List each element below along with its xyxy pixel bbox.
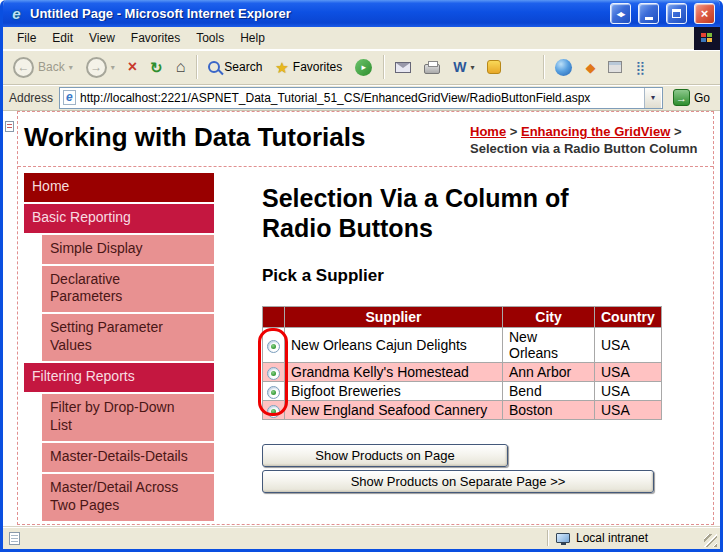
spark-icon: ◆: [585, 61, 595, 74]
print-button[interactable]: [419, 58, 445, 76]
globe-icon: [555, 59, 572, 76]
nav-item-master-detail-across-two-pages[interactable]: Master/Detail Across Two Pages: [42, 474, 214, 521]
menu-item-help[interactable]: Help: [232, 28, 273, 48]
messenger-icon: [487, 60, 501, 74]
menu-item-file[interactable]: File: [9, 28, 44, 48]
go-label: Go: [694, 91, 710, 105]
menu-item-tools[interactable]: Tools: [188, 28, 232, 48]
favorites-star-icon: ★: [275, 60, 288, 75]
toolbar-separator: [383, 55, 384, 79]
pick-supplier-heading: Pick a Supplier: [262, 266, 709, 286]
nav-item-declarative-parameters[interactable]: Declarative Parameters: [42, 266, 214, 313]
nav-item-filter-by-drop-down-list[interactable]: Filter by Drop-Down List: [42, 394, 214, 441]
go-button[interactable]: → Go: [669, 88, 714, 107]
country-cell: USA: [595, 381, 662, 400]
windows-brand-icon: [694, 27, 720, 50]
home-icon: ⌂: [176, 59, 186, 75]
country-cell: USA: [595, 327, 662, 362]
browser-window: e Untitled Page - Microsoft Internet Exp…: [0, 0, 723, 552]
supplier-row: New England Seafood Cannery Boston USA: [263, 400, 662, 419]
dots-grid-icon: ⣿: [635, 61, 645, 74]
mail-icon: [395, 62, 411, 73]
supplier-row: Grandma Kelly's Homestead Ann Arbor USA: [263, 362, 662, 381]
addon-button[interactable]: ◆: [580, 59, 600, 76]
nav-item-simple-display[interactable]: Simple Display: [42, 235, 214, 264]
security-zone: Local intranet: [552, 531, 700, 545]
forward-button[interactable]: → ▾: [81, 55, 120, 80]
show-products-on-page-button[interactable]: Show Products on Page: [262, 444, 508, 467]
word-icon: W: [453, 60, 466, 74]
media-button[interactable]: ▸: [350, 57, 377, 78]
favorites-button[interactable]: ★ Favorites: [270, 58, 347, 77]
suppliers-table: Supplier City Country New Orleans Cajun …: [262, 306, 662, 420]
menu-item-favorites[interactable]: Favorites: [123, 28, 188, 48]
minimize-button[interactable]: [638, 3, 659, 24]
nav-item-master-details-details[interactable]: Master-Details-Details: [42, 443, 214, 472]
forward-dropdown-icon: ▾: [111, 63, 115, 72]
city-cell: Bend: [503, 381, 595, 400]
resize-grip[interactable]: [704, 534, 717, 547]
refresh-icon: ↻: [150, 60, 163, 75]
supplier-cell: Grandma Kelly's Homestead: [285, 362, 503, 381]
maximize-button[interactable]: [666, 3, 687, 24]
nav-item-home[interactable]: Home: [24, 173, 214, 202]
back-button[interactable]: ← Back ▾: [8, 55, 78, 80]
column-header-city: City: [503, 306, 595, 327]
edit-with-word-button[interactable]: W ▾: [448, 58, 479, 76]
breadcrumb-link-home[interactable]: Home: [470, 124, 506, 139]
search-button[interactable]: Search: [203, 58, 267, 76]
back-dropdown-icon: ▾: [69, 63, 73, 72]
supplier-cell: Bigfoot Breweries: [285, 381, 503, 400]
supplier-cell: New Orleans Cajun Delights: [285, 327, 503, 362]
address-input[interactable]: [80, 91, 640, 105]
masthead: Working with Data Tutorials Home > Enhan…: [18, 112, 713, 167]
supplier-radio[interactable]: [267, 405, 280, 418]
print-icon: [424, 64, 440, 74]
browse-web-button[interactable]: [550, 57, 577, 78]
refresh-button[interactable]: ↻: [145, 58, 168, 77]
main-content: Selection Via a Column of Radio Buttons …: [214, 173, 713, 524]
table-header-row: Supplier City Country: [263, 306, 662, 327]
minimize-icon: [645, 17, 653, 20]
document-icon: [9, 532, 20, 545]
favorites-label: Favorites: [293, 60, 342, 74]
tools-box-button[interactable]: [603, 59, 627, 75]
supplier-radio[interactable]: [267, 367, 280, 380]
search-icon: [208, 61, 220, 73]
grid-button[interactable]: ⣿: [630, 59, 650, 76]
dual-arrow-icon: ◂▸: [617, 9, 624, 19]
page-title: Selection Via a Column of Radio Buttons: [262, 183, 632, 244]
dual-arrow-button[interactable]: ◂▸: [610, 3, 631, 24]
page-left-margin: [3, 111, 17, 526]
close-icon: ×: [701, 6, 709, 21]
nav-item-filtering-reports[interactable]: Filtering Reports: [24, 363, 214, 392]
column-header-supplier: Supplier: [285, 306, 503, 327]
menu-item-edit[interactable]: Edit: [44, 28, 81, 48]
stop-button[interactable]: ×: [123, 57, 142, 77]
messenger-button[interactable]: [482, 58, 506, 76]
close-button[interactable]: ×: [694, 3, 715, 24]
stop-icon: ×: [128, 59, 137, 75]
show-products-separate-page-button[interactable]: Show Products on Separate Page >>: [262, 470, 654, 493]
action-buttons: Show Products on Page Show Products on S…: [262, 444, 709, 493]
suppliers-gridview: Supplier City Country New Orleans Cajun …: [262, 306, 662, 420]
nav-item-setting-parameter-values[interactable]: Setting Parameter Values: [42, 314, 214, 361]
mail-button[interactable]: [390, 60, 416, 75]
supplier-cell: New England Seafood Cannery: [285, 400, 503, 419]
menu-item-view[interactable]: View: [81, 28, 123, 48]
title-bar[interactable]: e Untitled Page - Microsoft Internet Exp…: [3, 0, 720, 27]
page-body: Working with Data Tutorials Home > Enhan…: [17, 111, 714, 525]
media-icon: ▸: [355, 59, 372, 76]
supplier-radio[interactable]: [267, 386, 280, 399]
supplier-radio[interactable]: [267, 340, 280, 353]
maximize-icon: [672, 9, 681, 18]
sidebar-nav: Home Basic Reporting Simple Display Decl…: [18, 173, 214, 524]
menu-bar: File Edit View Favorites Tools Help: [3, 27, 720, 50]
home-button[interactable]: ⌂: [171, 57, 191, 77]
country-cell: USA: [595, 400, 662, 419]
address-dropdown-button[interactable]: ▾: [644, 88, 661, 108]
site-title: Working with Data Tutorials: [22, 122, 470, 153]
nav-item-basic-reporting[interactable]: Basic Reporting: [24, 204, 214, 233]
breadcrumb-link-enhancing-gridview[interactable]: Enhancing the GridView: [521, 124, 670, 139]
city-cell: Boston: [503, 400, 595, 419]
